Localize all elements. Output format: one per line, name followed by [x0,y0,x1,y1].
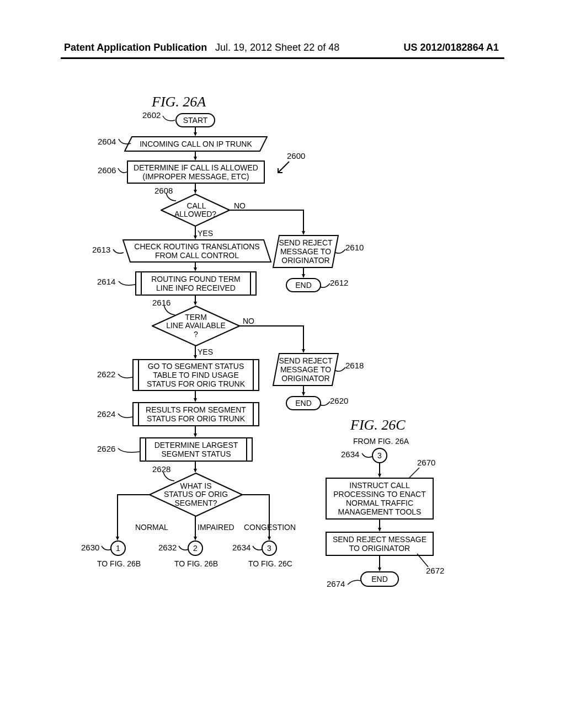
node-instruct: INSTRUCT CALL PROCESSING TO ENACT NORMAL… [326,478,434,520]
node-results-segment-text: RESULTS FROM SEGMENT STATUS FOR ORIG TRU… [146,405,246,423]
ref-2602: 2602 [142,110,161,120]
node-allowed-check: DETERMINE IF CALL IS ALLOWED (IMPROPER M… [127,160,265,184]
svg-marker-28 [194,398,197,402]
ref-2624: 2624 [97,409,115,419]
connector-3-c: 3 [372,448,387,463]
node-routing-found-text: ROUTING FOUND TERM LINE INFO RECEIVED [151,275,241,292]
svg-marker-19 [194,302,197,306]
node-end-1-text: END [295,281,312,290]
node-reject-1: SEND REJECT MESSAGE TO ORIGINATOR [273,235,339,268]
svg-marker-45 [378,568,381,571]
arrow-goseg-results [194,391,197,402]
node-reject-2: SEND REJECT MESSAGE TO ORIGINATOR [273,353,339,386]
leader-2670 [409,468,419,478]
svg-marker-40 [378,474,381,478]
ref-2672: 2672 [426,566,444,575]
to-fig-26c-3: TO FIG. 26C [248,559,292,568]
arrow-term-no [239,324,307,353]
ref-2634-c: 2634 [341,449,359,459]
connector-3: 3 [262,540,277,556]
ref-2626: 2626 [97,444,115,453]
branch-label-impaired: IMPAIRED [198,523,234,532]
svg-marker-32 [194,469,197,473]
arrow-allowed-yes [194,226,197,239]
node-allowed-check-text: DETERMINE IF CALL IS ALLOWED (IMPROPER M… [134,163,258,181]
svg-marker-11 [302,231,305,235]
svg-marker-7 [194,190,197,194]
branch-impaired [194,516,197,540]
svg-marker-22 [194,355,197,359]
ref-2674: 2674 [327,579,345,588]
node-call-allowed-text: CALL ALLOWED? [174,202,216,219]
node-reject-c-text: SEND REJECT MESSAGE TO ORIGINATOR [333,535,427,553]
node-what-status-text: WHAT IS STATUS OF ORIG SEGMENT? [164,482,228,507]
connector-3-num: 3 [267,544,271,553]
node-determine-largest-text: DETERMINE LARGEST SEGMENT STATUS [154,441,238,458]
arrow-check-routingfound [194,263,197,271]
ref-2618: 2618 [345,361,364,370]
label-no-1: NO [234,201,246,210]
node-end-c-text: END [371,575,388,584]
node-term-avail-text: TERM LINE AVAILABLE ? [166,313,226,339]
arrow-incoming-allowed [194,152,197,160]
ref-2632: 2632 [158,543,177,552]
branch-congestion [242,493,273,540]
fig26c-from: FROM FIG. 26A [353,437,409,446]
node-reject-1-text: SEND REJECT MESSAGE TO ORIGINATOR [273,235,339,268]
arrow-reject-end-c [378,556,381,571]
header-rule [61,57,504,59]
svg-marker-17 [194,267,197,271]
arrow-routingfound-term [194,296,197,306]
connector-3-c-num: 3 [377,451,382,460]
node-incoming-text: INCOMING CALL ON IP TRUNK [124,136,268,152]
arrow-allowed-no [230,208,307,235]
svg-marker-26 [302,392,305,396]
leader-2602 [163,116,175,124]
svg-marker-34 [116,537,119,540]
fig26a-title: FIG. 26A [152,94,206,110]
svg-marker-23 [302,349,305,353]
header-left: Patent Application Publication [64,42,207,53]
svg-marker-14 [302,274,305,278]
node-end-2: END [286,396,321,410]
branch-label-normal: NORMAL [135,523,168,532]
node-start: START [175,113,215,127]
node-reject-c: SEND REJECT MESSAGE TO ORIGINATOR [326,532,434,556]
branch-normal [116,493,152,540]
svg-marker-5 [194,157,197,160]
leader-2626 [118,447,140,454]
ref-2612: 2612 [330,278,348,287]
arrow-largest-status [194,462,197,473]
ref-2634: 2634 [232,543,250,552]
to-fig-26b-1: TO FIG. 26B [97,559,141,568]
node-check-routing-text: CHECK ROUTING TRANSLATIONS FROM CALL CON… [122,239,271,263]
node-determine-largest: DETERMINE LARGEST SEGMENT STATUS [140,437,253,462]
node-start-text: START [183,116,208,125]
arrow-instruct-reject [378,520,381,532]
node-instruct-text: INSTRUCT CALL PROCESSING TO ENACT NORMAL… [333,481,426,516]
ref-2670: 2670 [417,458,435,467]
ref-2616: 2616 [152,298,170,307]
node-incoming: INCOMING CALL ON IP TRUNK [124,136,268,152]
leader-2622 [118,373,132,379]
svg-marker-2 [194,132,197,136]
arrow-allowed-diamond [194,184,197,194]
leader-2634-c [362,452,372,459]
ref-2610: 2610 [345,243,364,252]
header-right: US 2012/0182864 A1 [404,42,499,53]
connector-2-num: 2 [193,544,198,553]
ref-2613: 2613 [92,245,110,254]
ref-2608: 2608 [154,186,173,195]
label-yes-2: YES [198,347,213,356]
patent-page: Patent Application Publication Jul. 19, … [0,0,565,728]
arrow-term-yes [194,346,197,359]
svg-marker-42 [378,528,381,532]
ref-2628: 2628 [152,464,170,474]
leader-2674 [348,579,361,587]
svg-marker-36 [194,537,197,540]
header-center: Jul. 19, 2012 Sheet 22 of 48 [215,42,339,53]
node-go-segment-text: GO TO SEGMENT STATUS TABLE TO FIND USAGE… [147,362,245,388]
node-check-routing: CHECK ROUTING TRANSLATIONS FROM CALL CON… [122,239,271,263]
ref-2620: 2620 [330,396,348,405]
node-call-allowed: CALL ALLOWED? [161,194,230,227]
